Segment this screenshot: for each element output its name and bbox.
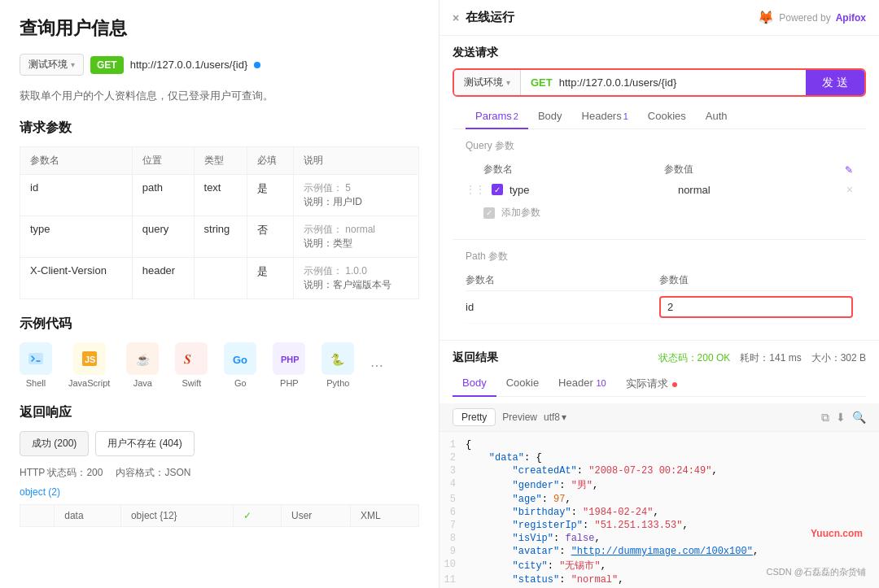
- code-line-1: 1 {: [440, 438, 879, 451]
- code-line-3: 3 "createdAt": "2008-07-23 00:24:49",: [440, 464, 879, 477]
- result-time: 耗时：141 ms: [740, 351, 801, 365]
- code-icon-php[interactable]: PHP PHP: [273, 342, 305, 388]
- code-icon-shell[interactable]: Shell: [20, 342, 52, 388]
- col-header-desc: 说明: [293, 147, 418, 175]
- tab-body[interactable]: Body: [528, 103, 572, 128]
- page-title: 查询用户信息: [20, 16, 419, 41]
- response-tab-200[interactable]: 成功 (200): [20, 431, 89, 456]
- code-line-5: 5 "age": 97,: [440, 493, 879, 506]
- tab-headers[interactable]: Headers1: [572, 103, 638, 128]
- bottom-table: data object {12} ✓ User XML: [20, 504, 419, 527]
- param-type-id: text: [194, 175, 247, 216]
- path-params-section: Path 参数 参数名 参数值 id: [453, 243, 866, 330]
- tab-cookies[interactable]: Cookies: [638, 103, 696, 128]
- divider: [453, 239, 866, 240]
- url-input-area: GET http://127.0.0.1/users/{id}: [521, 70, 806, 95]
- env-side-selector[interactable]: 测试环境 ▾: [454, 70, 521, 95]
- edit-icon[interactable]: ✎: [845, 164, 853, 176]
- preview-button[interactable]: Preview: [502, 412, 537, 423]
- query-header-row: 参数名 参数值 ✎: [466, 159, 853, 180]
- url-display: http://127.0.0.1/users/{id}: [130, 59, 248, 71]
- right-header: × 在线运行 🦊 Powered by Apifox: [440, 0, 879, 36]
- code-examples: Shell JS JavaScript ☕ Java 𝑺 Swift: [20, 342, 419, 388]
- env-dropdown[interactable]: 测试环境 ▾: [20, 54, 84, 76]
- param-required-id: 是: [247, 175, 294, 216]
- close-icon[interactable]: ×: [453, 11, 459, 24]
- result-toolbar: Pretty Preview utf8 ▾ ⧉ ⬇ 🔍: [440, 403, 879, 432]
- code-icons-list: Shell JS JavaScript ☕ Java 𝑺 Swift: [20, 342, 419, 388]
- param-desc-xclient: 示例值： 1.0.0 说明：客户端版本号: [293, 258, 418, 299]
- java-icon: ☕: [126, 342, 159, 375]
- svg-text:𝑺: 𝑺: [184, 352, 191, 366]
- right-header-title-group: × 在线运行: [453, 10, 514, 25]
- add-param-button[interactable]: 添加参数: [501, 203, 540, 223]
- encoding-selector[interactable]: utf8 ▾: [544, 412, 566, 423]
- env-bar: 测试环境 ▾ GET http://127.0.0.1/users/{id}: [20, 54, 419, 76]
- encoding-chevron-icon: ▾: [562, 412, 566, 423]
- svg-text:🐍: 🐍: [330, 353, 345, 367]
- bottom-col-user: User: [282, 505, 351, 527]
- php-label: PHP: [280, 378, 299, 388]
- send-button[interactable]: 发 送: [806, 70, 864, 95]
- tab-auth[interactable]: Auth: [696, 103, 737, 128]
- param-required-xclient: 是: [247, 258, 294, 299]
- code-icon-javascript[interactable]: JS JavaScript: [68, 342, 110, 388]
- apifox-logo-icon: 🦊: [758, 10, 774, 25]
- path-col-value-header: 参数值: [659, 273, 853, 287]
- result-header: 返回结果 状态码：200 OK 耗时：141 ms 大小：302 B: [453, 351, 866, 365]
- code-icon-python[interactable]: 🐍 Pytho: [321, 342, 354, 388]
- delete-icon[interactable]: ×: [846, 183, 853, 196]
- result-tab-cookie[interactable]: Cookie: [496, 372, 549, 396]
- powered-label: Powered by: [779, 12, 830, 24]
- env-label: 测试环境: [28, 58, 68, 72]
- path-title: Path 参数: [466, 250, 853, 264]
- code-icon-swift[interactable]: 𝑺 Swift: [175, 342, 208, 388]
- bottom-col-empty: [20, 505, 55, 527]
- code-line-4: 4 "gender": "男",: [440, 477, 879, 493]
- code-icon-go[interactable]: Go Go: [224, 342, 256, 388]
- code-line-2: 2 "data": {: [440, 451, 879, 464]
- code-icon-java[interactable]: ☕ Java: [126, 342, 159, 388]
- query-param-name-type: type: [509, 184, 671, 196]
- chevron-down-icon: ▾: [71, 60, 75, 69]
- go-icon: Go: [224, 342, 256, 375]
- shell-icon: [20, 342, 52, 375]
- param-name-id: id: [20, 175, 133, 216]
- drag-handle-icon[interactable]: ⋮⋮: [466, 184, 485, 195]
- result-tab-actual[interactable]: 实际请求: [616, 372, 688, 396]
- result-size: 大小：302 B: [811, 351, 866, 365]
- copy-icon[interactable]: ⧉: [821, 411, 829, 425]
- path-table-header: 参数名 参数值: [466, 270, 853, 291]
- checkbox-add: ✓: [483, 207, 495, 219]
- param-type-type: string: [194, 216, 247, 258]
- python-icon: 🐍: [321, 342, 354, 375]
- link-blue[interactable]: object (2): [20, 486, 419, 498]
- left-panel: 查询用户信息 测试环境 ▾ GET http://127.0.0.1/users…: [0, 0, 440, 588]
- python-label: Pytho: [326, 378, 349, 388]
- tab-params[interactable]: Params2: [466, 103, 528, 128]
- path-param-value-id[interactable]: [659, 296, 853, 318]
- query-param-value-type: normal: [678, 184, 840, 196]
- dot-indicator: [672, 382, 677, 387]
- download-icon[interactable]: ⬇: [836, 411, 846, 425]
- pretty-button[interactable]: Pretty: [453, 408, 496, 426]
- result-tab-body[interactable]: Body: [453, 372, 496, 396]
- swift-label: Swift: [181, 378, 201, 388]
- col-header-name: 参数名: [20, 147, 133, 175]
- svg-text:JS: JS: [85, 355, 95, 364]
- response-info: HTTP 状态码：200 内容格式：JSON: [20, 466, 419, 480]
- param-desc-type: 示例值： normal 说明：类型: [293, 216, 418, 258]
- method-label: GET: [531, 76, 553, 89]
- response-section-title: 返回响应: [20, 404, 419, 421]
- path-param-row-id: id: [466, 291, 853, 324]
- param-name-xclient: X-Client-Version: [20, 258, 133, 299]
- more-button[interactable]: ⋯: [370, 358, 383, 373]
- php-icon: PHP: [273, 342, 305, 375]
- search-icon[interactable]: 🔍: [852, 411, 866, 425]
- bottom-col-data: data: [55, 505, 121, 527]
- result-tab-header[interactable]: Header 10: [549, 372, 616, 396]
- path-value-input-id[interactable]: [659, 296, 853, 318]
- code-display: 1 { 2 "data": { 3 "createdAt": "2008-07-…: [440, 432, 879, 588]
- checkbox-type[interactable]: ✓: [492, 184, 503, 195]
- response-tab-404[interactable]: 用户不存在 (404): [95, 431, 194, 456]
